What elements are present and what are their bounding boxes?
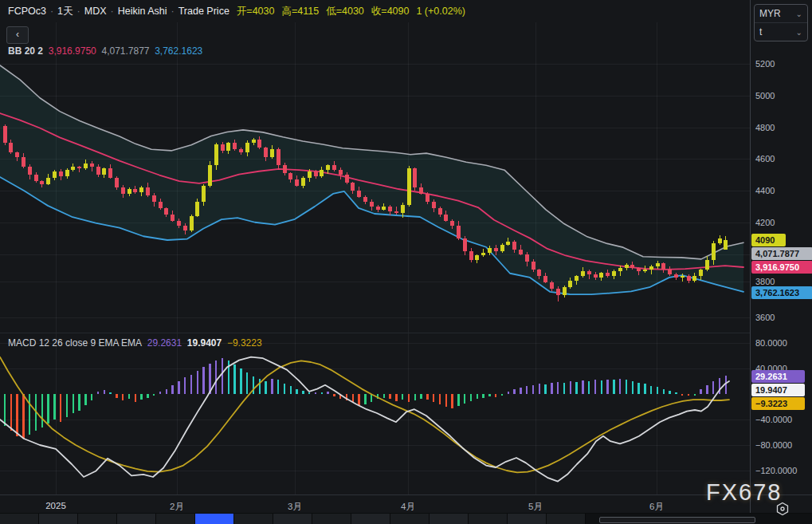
bb-params: 20 2 — [25, 45, 43, 57]
chart-canvas[interactable] — [0, 0, 812, 524]
scrollbar-cell[interactable] — [469, 514, 508, 524]
price-axis-tag: 4090 — [751, 234, 786, 246]
bb-basis-value: 3,916.9750 — [49, 45, 96, 57]
chevron-down-icon: ⌄ — [796, 10, 802, 18]
fx678-logo-icon — [775, 502, 790, 516]
time-axis-label: 4月 — [384, 501, 432, 513]
symbol-name[interactable]: FCPOc3 — [8, 6, 46, 17]
close-value: 4090 — [387, 6, 410, 17]
unit-dropdown[interactable]: t ⌄ — [755, 22, 807, 41]
axis-settings-panel: MYR ⌄ t ⌄ — [754, 4, 808, 41]
price-type-label: Trade Price — [178, 6, 229, 17]
price-axis-tag: 4,071.7877 — [751, 247, 812, 260]
time-axis-label: 6月 — [633, 501, 681, 513]
exchange-label: MDX — [84, 6, 107, 17]
scrollbar-cell[interactable] — [351, 514, 390, 524]
scrollbar-cell[interactable] — [78, 514, 117, 524]
currency-value: MYR — [759, 8, 781, 19]
change-value: 1 (+0.02%) — [416, 6, 465, 17]
price-axis-tick: 4200 — [755, 218, 775, 227]
low-label: 低= — [326, 6, 342, 17]
candle-type-label: Heikin Ashi — [118, 6, 167, 17]
scrollbar-cell[interactable] — [117, 514, 156, 524]
macd-axis-tick: −40.0000 — [755, 415, 792, 424]
unit-value: t — [759, 26, 762, 37]
price-axis-tick: 4800 — [755, 123, 775, 132]
pane-borders — [0, 0, 812, 514]
separator-dot: · — [111, 6, 114, 17]
macd-signal-line — [0, 357, 729, 473]
bb-lower-value: 3,762.1623 — [155, 45, 202, 57]
time-axis-label: 3月 — [271, 501, 319, 513]
macd-axis-tag: 29.2631 — [751, 370, 805, 383]
high-label: 高= — [281, 6, 297, 17]
macd-hist-value: 29.2631 — [147, 337, 182, 349]
price-axis-tick: 4600 — [755, 154, 775, 164]
macd-indicator-legend[interactable]: MACD 12 26 close 9 EMA EMA 29.2631 19.94… — [8, 337, 262, 349]
high-value: 4115 — [297, 6, 319, 17]
scrollbar-thumb[interactable] — [599, 517, 755, 523]
bb-band-fill — [0, 65, 743, 294]
price-axis-tick: 5200 — [755, 59, 775, 69]
macd-axis-tick: −80.0000 — [755, 440, 792, 450]
scrollbar-cell[interactable] — [0, 514, 39, 524]
open-label: 开= — [237, 6, 253, 17]
interval-label[interactable]: 1天 — [57, 6, 73, 17]
scrollbar-cell[interactable] — [273, 514, 312, 524]
scrollbar-cell[interactable] — [547, 514, 586, 524]
scrollbar-cell[interactable] — [430, 514, 469, 524]
trading-chart-app: FCPOc3·1天·MDX·Heikin Ashi·Trade Price开=4… — [0, 0, 812, 524]
price-axis-tick: 3800 — [755, 277, 775, 286]
price-axis-tick: 3600 — [755, 313, 775, 322]
symbol-info-bar: FCPOc3·1天·MDX·Heikin Ashi·Trade Price开=4… — [8, 0, 465, 22]
separator-dot: · — [171, 6, 175, 17]
price-axis-tag: 3,916.9750 — [751, 261, 812, 274]
time-axis-label: 2月 — [153, 501, 201, 513]
macd-axis-tick: 80.0000 — [755, 338, 787, 348]
macd-params: 12 26 close 9 EMA EMA — [39, 337, 142, 349]
macd-axis-tag: −9.3223 — [751, 397, 805, 410]
scrollbar-cell[interactable] — [156, 514, 195, 524]
back-button[interactable]: ‹ — [6, 26, 29, 44]
macd-axis-tag: 19.9407 — [751, 384, 805, 396]
scrollbar-cell[interactable] — [508, 514, 547, 524]
scrollbar-cell[interactable] — [234, 514, 273, 524]
open-value: 4030 — [253, 6, 275, 17]
price-axis-tick: 4400 — [755, 186, 775, 195]
bb-upper-value: 4,071.7877 — [101, 45, 149, 57]
scrollbar-cell[interactable] — [195, 514, 234, 524]
scrollbar-cell[interactable] — [312, 514, 351, 524]
close-label: 收= — [371, 6, 387, 17]
fx678-watermark: FX678 — [706, 479, 782, 506]
chart-scrollbar[interactable] — [0, 514, 812, 524]
bb-indicator-legend[interactable]: BB 20 2 3,916.9750 4,071.7877 3,762.1623 — [8, 45, 202, 57]
macd-axis-tick: −120.0000 — [755, 466, 797, 475]
separator-dot: · — [77, 6, 80, 17]
separator-dot: · — [50, 6, 53, 17]
time-axis-label: 5月 — [512, 501, 559, 513]
back-arrow-icon: ‹ — [16, 29, 19, 40]
time-axis-label: 2025 — [32, 501, 80, 510]
macd-title: MACD — [8, 337, 36, 349]
macd-line-value: 19.9407 — [187, 337, 222, 349]
currency-dropdown[interactable]: MYR ⌄ — [755, 5, 807, 22]
macd-signal-value: −9.3223 — [227, 337, 262, 349]
price-axis-tag: 3,762.1623 — [751, 286, 812, 299]
chevron-down-icon: ⌄ — [796, 28, 802, 37]
price-axis-tick: 5000 — [755, 91, 775, 100]
scrollbar-cell[interactable] — [390, 514, 430, 524]
bb-title: BB — [8, 45, 22, 57]
scrollbar-cell[interactable] — [39, 514, 78, 524]
low-value: 4030 — [342, 6, 364, 17]
macd-line — [0, 357, 729, 482]
